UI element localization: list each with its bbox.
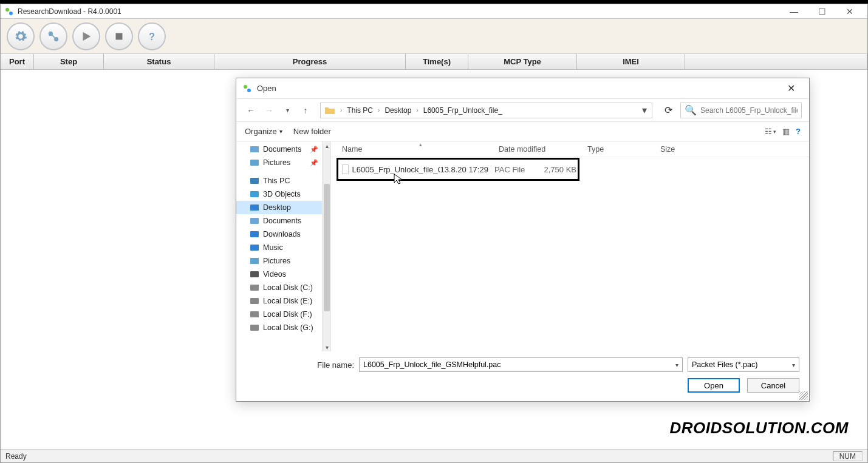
col-size[interactable]: Size bbox=[660, 145, 721, 154]
recent-dropdown[interactable]: ▾ bbox=[280, 103, 295, 118]
tree-item-icon bbox=[250, 256, 259, 266]
help-icon-button[interactable]: ? bbox=[796, 127, 801, 136]
col-type[interactable]: Type bbox=[587, 145, 660, 154]
resize-grip[interactable] bbox=[799, 391, 808, 400]
crumb-folder[interactable]: L6005_Frp_Unlock_file_ bbox=[421, 105, 505, 116]
new-folder-button[interactable]: New folder bbox=[293, 127, 331, 136]
tree-item-desktop[interactable]: Desktop bbox=[236, 201, 322, 214]
scroll-down-arrow[interactable]: ▾ bbox=[323, 343, 331, 351]
svg-rect-18 bbox=[250, 285, 259, 291]
play-icon bbox=[80, 30, 93, 43]
up-button[interactable]: ↑ bbox=[298, 103, 313, 118]
open-dialog: Open ✕ ← → ▾ ↑ › This PC › Desktop › L60… bbox=[236, 78, 810, 402]
tree-item-music[interactable]: Music bbox=[236, 241, 322, 254]
col-progress[interactable]: Progress bbox=[214, 54, 406, 69]
svg-rect-19 bbox=[250, 298, 259, 304]
start-button[interactable] bbox=[72, 22, 100, 50]
col-port[interactable]: Port bbox=[1, 54, 34, 69]
app-icon bbox=[4, 7, 14, 16]
file-name-label: File name: bbox=[246, 360, 354, 370]
settings-link-button[interactable] bbox=[39, 22, 67, 50]
settings-button[interactable] bbox=[7, 22, 35, 50]
tree-item-documents[interactable]: Documents bbox=[236, 214, 322, 228]
tree-item-this-pc[interactable]: This PC bbox=[236, 174, 322, 188]
maximize-button[interactable]: ☐ bbox=[808, 4, 836, 19]
file-name: L6005_Frp_Unlock_file_GADGETSDR.pac bbox=[352, 165, 440, 174]
file-type-value: Packet Files (*.pac) bbox=[692, 360, 757, 369]
crumb-this-pc[interactable]: This PC bbox=[344, 105, 375, 116]
tree-item-downloads[interactable]: Downloads bbox=[236, 228, 322, 241]
svg-rect-11 bbox=[250, 191, 259, 197]
search-input[interactable] bbox=[700, 106, 798, 115]
tree-item-icon bbox=[250, 283, 259, 292]
title-bar: ResearchDownload - R4.0.0001 — ☐ ✕ bbox=[1, 4, 867, 19]
back-button[interactable]: ← bbox=[244, 103, 258, 118]
tree-item-local-disk-g-[interactable]: Local Disk (G:) bbox=[236, 321, 322, 334]
svg-point-6 bbox=[244, 85, 247, 89]
tree-item-label: Local Disk (C:) bbox=[263, 283, 313, 292]
chevron-right-icon: › bbox=[415, 107, 419, 113]
forward-button[interactable]: → bbox=[262, 103, 276, 118]
watermark: DROIDSOLUTION.COM bbox=[663, 415, 856, 441]
file-row[interactable]: L6005_Frp_Unlock_file_GADGETSDR.pac 13.8… bbox=[340, 161, 576, 178]
tree-item-pictures[interactable]: Pictures bbox=[236, 254, 322, 268]
file-area: Name▴ Date modified Type Size L6005_Frp_… bbox=[331, 141, 809, 351]
tree-item-videos[interactable]: Videos bbox=[236, 268, 322, 281]
file-name-value: L6005_Frp_Unlock_file_GSMHelpful.pac bbox=[363, 360, 501, 369]
col-name[interactable]: Name▴ bbox=[342, 145, 499, 154]
tree-item-local-disk-c-[interactable]: Local Disk (C:) bbox=[236, 281, 322, 294]
tree-scrollbar[interactable]: ▴ ▾ bbox=[323, 141, 331, 351]
tree-item-pictures[interactable]: Pictures📌 bbox=[236, 156, 322, 169]
nav-tree[interactable]: Documents📌Pictures📌This PC3D ObjectsDesk… bbox=[236, 141, 323, 351]
file-list[interactable]: L6005_Frp_Unlock_file_GADGETSDR.pac 13.8… bbox=[331, 157, 809, 351]
file-name-input[interactable]: L6005_Frp_Unlock_file_GSMHelpful.pac ▾ bbox=[359, 357, 683, 372]
tree-item-label: Local Disk (F:) bbox=[263, 310, 312, 319]
help-button[interactable]: ? bbox=[138, 22, 166, 50]
tree-item-icon bbox=[250, 243, 259, 252]
stop-button[interactable] bbox=[105, 22, 133, 50]
crumb-desktop[interactable]: Desktop bbox=[382, 105, 414, 116]
scroll-thumb[interactable] bbox=[324, 184, 330, 311]
tree-item-documents[interactable]: Documents📌 bbox=[236, 143, 322, 156]
tree-item-icon bbox=[250, 203, 259, 212]
col-imei[interactable]: IMEI bbox=[577, 54, 685, 69]
col-time[interactable]: Time(s) bbox=[406, 54, 468, 69]
tree-item-label: Desktop bbox=[263, 203, 291, 212]
breadcrumb-bar[interactable]: › This PC › Desktop › L6005_Frp_Unlock_f… bbox=[320, 103, 652, 118]
file-type-select[interactable]: Packet Files (*.pac) ▾ bbox=[688, 357, 799, 372]
pin-icon: 📌 bbox=[310, 159, 318, 167]
organize-button[interactable]: Organize ▾ bbox=[245, 127, 282, 136]
svg-point-3 bbox=[54, 36, 58, 41]
app-title: ResearchDownload - R4.0.0001 bbox=[18, 7, 780, 16]
svg-rect-10 bbox=[250, 178, 259, 184]
view-button[interactable]: ☷ ▾ bbox=[765, 127, 776, 136]
open-button[interactable]: Open bbox=[688, 378, 740, 393]
tree-item-3d-objects[interactable]: 3D Objects bbox=[236, 188, 322, 201]
tree-item-label: Pictures bbox=[263, 257, 290, 265]
scroll-up-arrow[interactable]: ▴ bbox=[323, 141, 331, 150]
chevron-down-icon: ▾ bbox=[279, 128, 282, 135]
chevron-down-icon[interactable]: ▾ bbox=[792, 362, 795, 368]
dialog-close-button[interactable]: ✕ bbox=[779, 78, 803, 99]
col-step[interactable]: Step bbox=[34, 54, 104, 69]
chevron-down-icon[interactable]: ▾ bbox=[675, 362, 678, 368]
dialog-icon bbox=[242, 84, 252, 93]
tree-item-icon bbox=[250, 176, 259, 186]
tree-item-local-disk-f-[interactable]: Local Disk (F:) bbox=[236, 308, 322, 321]
cancel-button[interactable]: Cancel bbox=[747, 378, 799, 393]
refresh-button[interactable]: ⟳ bbox=[660, 103, 677, 118]
col-mcp[interactable]: MCP Type bbox=[468, 54, 577, 69]
svg-point-7 bbox=[247, 89, 251, 92]
svg-rect-13 bbox=[250, 218, 259, 224]
tree-item-local-disk-e-[interactable]: Local Disk (E:) bbox=[236, 294, 322, 308]
col-status[interactable]: Status bbox=[104, 54, 214, 69]
preview-pane-button[interactable]: ▥ bbox=[782, 127, 790, 136]
col-date[interactable]: Date modified bbox=[499, 145, 587, 154]
file-columns: Name▴ Date modified Type Size bbox=[331, 141, 809, 157]
view-icon: ☷ bbox=[765, 127, 772, 136]
minimize-button[interactable]: — bbox=[780, 4, 808, 19]
close-button[interactable]: ✕ bbox=[836, 4, 864, 19]
search-box[interactable]: 🔍 bbox=[680, 103, 802, 118]
svg-rect-8 bbox=[250, 146, 259, 152]
breadcrumb-dropdown[interactable]: ▾ bbox=[638, 104, 651, 116]
